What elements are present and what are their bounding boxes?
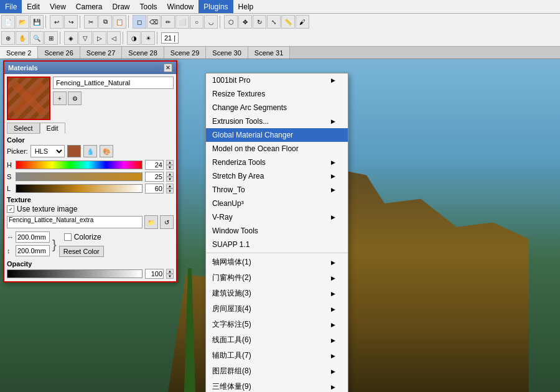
menu-draw[interactable]: Draw (108, 0, 135, 13)
menu-model-ocean-floor[interactable]: Model on the Ocean Floor (206, 142, 348, 156)
tb-zoom-ext[interactable]: ⊞ (44, 31, 58, 45)
opacity-value-input[interactable] (145, 269, 164, 279)
menu-camera[interactable]: Camera (71, 0, 108, 13)
menu-cleanup[interactable]: CleanUp³ (206, 197, 348, 210)
material-options-btn[interactable]: ⚙ (68, 91, 82, 105)
tb-undo[interactable]: ↩ (50, 15, 63, 29)
tb-copy[interactable]: ⧉ (98, 15, 112, 29)
tb-scale[interactable]: ⤡ (267, 15, 281, 29)
tb-move[interactable]: ✥ (238, 15, 252, 29)
tab-scene29[interactable]: Scene 29 (164, 47, 206, 58)
tb-front[interactable]: ▷ (93, 31, 106, 45)
tab-edit[interactable]: Edit (40, 123, 65, 134)
tb-redo[interactable]: ↪ (64, 15, 78, 29)
menu-zh-2[interactable]: 门窗构件(2) (206, 270, 348, 286)
s-value-input[interactable] (145, 172, 164, 182)
tab-scene27[interactable]: Scene 27 (80, 47, 122, 58)
menu-resize-textures[interactable]: Resize Textures (206, 87, 348, 101)
tb-shadows[interactable]: ☀ (141, 31, 155, 45)
menu-plugins[interactable]: Plugins (198, 0, 233, 13)
width-input[interactable] (16, 231, 50, 243)
tab-scene26[interactable]: Scene 26 (38, 47, 80, 58)
tb-right[interactable]: ◁ (107, 31, 121, 45)
menu-help[interactable]: Help (233, 0, 259, 13)
s-spin-down[interactable]: ▼ (166, 177, 174, 182)
h-spin-down[interactable]: ▼ (166, 165, 174, 170)
opacity-spin-up[interactable]: ▲ (166, 269, 174, 274)
s-spin[interactable]: ▲ ▼ (166, 172, 174, 182)
menu-zh-8[interactable]: 图层群组(8) (206, 363, 348, 379)
menu-zh-3[interactable]: 建筑设施(3) (206, 286, 348, 301)
menu-zh-9[interactable]: 三维体量(9) (206, 379, 348, 392)
tb-rotate[interactable]: ↻ (253, 15, 266, 29)
tab-scene31[interactable]: Scene 31 (248, 47, 290, 58)
color-wheel-button[interactable]: 🎨 (100, 145, 113, 157)
tab-scene30[interactable]: Scene 30 (206, 47, 248, 58)
menu-tools[interactable]: Tools (135, 0, 162, 13)
tb-open[interactable]: 📂 (16, 15, 29, 29)
tb-new[interactable]: 📄 (1, 15, 15, 29)
tb-circle[interactable]: ○ (190, 15, 203, 29)
menu-window[interactable]: Window (162, 0, 199, 13)
tb-paste[interactable]: 📋 (113, 15, 126, 29)
material-name-input[interactable] (53, 77, 174, 89)
l-spin-up[interactable]: ▲ (166, 184, 174, 189)
menu-zh-5[interactable]: 文字标注(5) (206, 317, 348, 332)
h-spin-up[interactable]: ▲ (166, 160, 174, 165)
tb-select[interactable]: ◻ (133, 15, 146, 29)
tb-pencil[interactable]: ✏ (161, 15, 175, 29)
use-texture-checkbox[interactable]: ✓ (7, 205, 14, 213)
menu-change-arc[interactable]: Change Arc Segments (206, 101, 348, 114)
l-slider[interactable] (16, 184, 142, 193)
opacity-spin[interactable]: ▲ ▼ (166, 269, 174, 279)
menu-stretch-by-area[interactable]: Stretch By Area (206, 169, 348, 183)
tb-save[interactable]: 💾 (30, 15, 44, 29)
menu-file[interactable]: File (0, 0, 22, 13)
tab-scene2[interactable]: Scene 2 (0, 47, 38, 58)
tb-orbit[interactable]: ⊕ (1, 31, 15, 45)
menu-view[interactable]: View (45, 0, 71, 13)
picker-select[interactable]: HLS RGB HSB (30, 145, 65, 157)
eyedropper-button[interactable]: 💧 (83, 145, 97, 157)
tb-eraser[interactable]: ⌫ (147, 15, 161, 29)
menu-renderiza-tools[interactable]: Renderiza Tools (206, 156, 348, 169)
menu-window-tools[interactable]: Window Tools (206, 224, 348, 238)
l-value-input[interactable] (145, 184, 164, 194)
opacity-slider[interactable] (7, 269, 142, 278)
tb-zoom[interactable]: 🔍 (30, 31, 44, 45)
reset-color-button[interactable]: Reset Color (59, 246, 104, 257)
menu-global-material-changer[interactable]: Global Material Changer (206, 128, 348, 142)
menu-zh-6[interactable]: 线面工具(6) (206, 332, 348, 348)
h-spin[interactable]: ▲ ▼ (166, 160, 174, 170)
create-material-btn[interactable]: + (53, 91, 67, 105)
menu-zh-4[interactable]: 房间屋顶(4) (206, 301, 348, 317)
tb-paint[interactable]: 🖌 (296, 15, 309, 29)
l-spin-down[interactable]: ▼ (166, 189, 174, 194)
tab-scene28[interactable]: Scene 28 (122, 47, 164, 58)
height-input[interactable] (16, 245, 50, 256)
h-value-input[interactable] (145, 160, 164, 170)
s-spin-up[interactable]: ▲ (166, 172, 174, 177)
tb-arc[interactable]: ◡ (204, 15, 218, 29)
panel-close-button[interactable]: ✕ (164, 63, 172, 72)
tb-styles[interactable]: ◑ (127, 31, 141, 45)
tb-tape[interactable]: 📏 (281, 15, 295, 29)
s-slider[interactable] (16, 172, 142, 181)
tab-select[interactable]: Select (7, 123, 40, 134)
opacity-spin-down[interactable]: ▼ (166, 274, 174, 279)
browse-texture-btn[interactable]: 📁 (144, 215, 158, 229)
menu-1001bit[interactable]: 1001bit Pro (206, 73, 348, 87)
menu-vray[interactable]: V-Ray (206, 210, 348, 224)
tb-cut[interactable]: ✂ (84, 15, 98, 29)
tb-rect[interactable]: ⬜ (175, 15, 189, 29)
menu-extrusion-tools[interactable]: Extrusion Tools... (206, 114, 348, 128)
menu-suapp11[interactable]: SUAPP 1.1 (206, 238, 348, 251)
tb-iso[interactable]: ◈ (64, 31, 78, 45)
menu-zh-1[interactable]: 轴网墙体(1) (206, 254, 348, 270)
tb-push[interactable]: ⬡ (224, 15, 238, 29)
h-slider[interactable] (16, 161, 142, 169)
tb-pan[interactable]: ✋ (16, 31, 29, 45)
color-swatch[interactable] (67, 145, 81, 157)
tb-top[interactable]: ▽ (78, 31, 92, 45)
menu-zh-7[interactable]: 辅助工具(7) (206, 348, 348, 363)
